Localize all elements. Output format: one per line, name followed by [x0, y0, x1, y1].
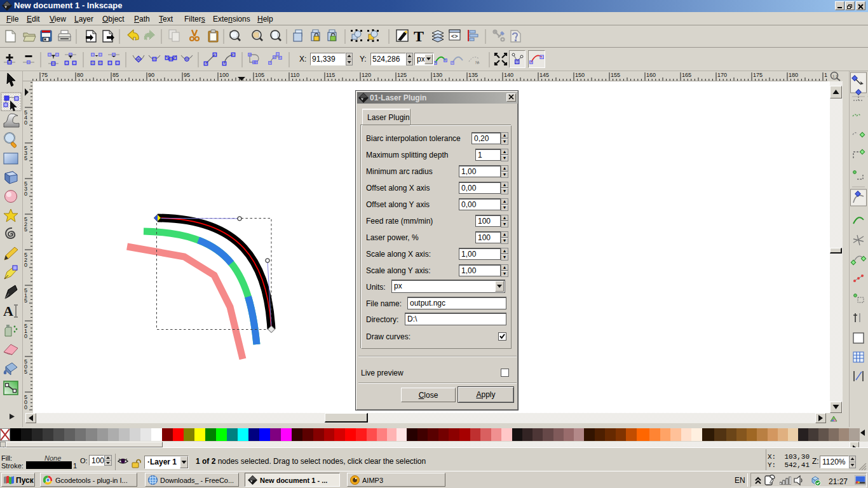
- svg-text:140: 140: [504, 72, 513, 78]
- svg-text:5: 5: [24, 369, 27, 375]
- svg-text:0: 0: [24, 191, 27, 197]
- svg-text:80: 80: [77, 72, 83, 78]
- svg-text:0: 0: [24, 262, 27, 268]
- svg-text:130: 130: [433, 72, 442, 78]
- svg-text:135: 135: [468, 72, 478, 78]
- svg-text:5: 5: [24, 155, 27, 161]
- svg-text:180: 180: [789, 72, 798, 78]
- svg-text:110: 110: [290, 72, 299, 78]
- svg-text:1:1: 1:1: [832, 74, 838, 78]
- svg-text:0: 0: [24, 333, 27, 339]
- svg-text:95: 95: [184, 72, 190, 78]
- svg-text:T: T: [414, 28, 424, 44]
- svg-text:5: 5: [24, 226, 27, 233]
- svg-text:115: 115: [326, 72, 335, 78]
- svg-text:<>: <>: [451, 33, 458, 39]
- svg-text:100: 100: [219, 72, 229, 78]
- svg-text:5: 5: [24, 297, 27, 304]
- svg-text:165: 165: [682, 72, 691, 78]
- svg-text:145: 145: [539, 72, 549, 78]
- svg-text:0: 0: [24, 119, 27, 126]
- svg-text:160: 160: [646, 72, 656, 78]
- svg-text:105: 105: [255, 72, 264, 78]
- svg-text:A: A: [3, 303, 13, 319]
- svg-text:90: 90: [148, 72, 154, 78]
- svg-text:75: 75: [41, 72, 48, 78]
- svg-text:155: 155: [611, 72, 620, 78]
- svg-text:85: 85: [112, 72, 119, 78]
- svg-text:N: N: [475, 60, 478, 65]
- svg-text:150: 150: [575, 72, 585, 78]
- svg-text:0: 0: [24, 404, 27, 410]
- svg-text:125: 125: [397, 72, 407, 78]
- svg-text:170: 170: [717, 72, 727, 78]
- svg-text:120: 120: [362, 72, 371, 78]
- svg-text:175: 175: [753, 72, 763, 78]
